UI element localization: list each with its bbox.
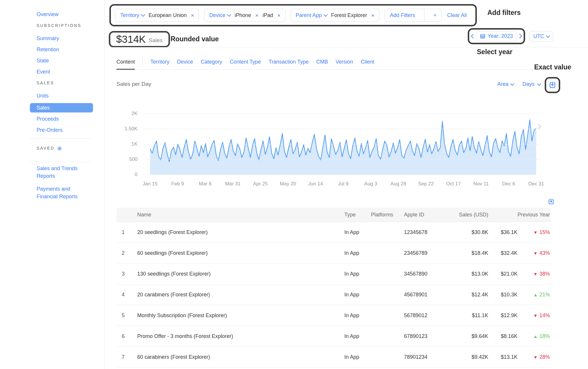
cell-type: In App bbox=[341, 250, 366, 256]
col-header-previous-year: Previous Year bbox=[492, 212, 551, 218]
filter-value-ipad: iPad bbox=[262, 12, 273, 18]
x-axis-label-aug-3: Aug 3 bbox=[364, 181, 377, 187]
cell-change: ▼38% bbox=[521, 271, 551, 277]
tab-device[interactable]: Device bbox=[177, 54, 193, 69]
remove-filter-icon[interactable]: × bbox=[191, 13, 194, 18]
chart-type-label: Area bbox=[497, 81, 508, 87]
cell-rank: 1 bbox=[116, 229, 130, 235]
sidebar-item-summary[interactable]: Summary bbox=[30, 35, 93, 42]
x-axis-label-apr-25: Apr 25 bbox=[253, 181, 268, 187]
change-value: 38% bbox=[539, 271, 550, 277]
filter-dropdown-device[interactable]: Device bbox=[209, 12, 231, 18]
sidebar: OverviewSUBSCRIPTIONSSummaryRetentionSta… bbox=[0, 0, 105, 369]
clear-all-link[interactable]: Clear All bbox=[447, 12, 467, 18]
triangle-down-icon: ▼ bbox=[533, 271, 538, 276]
filter-pill-parent-app: Parent AppForest Explorer× bbox=[291, 9, 379, 22]
table-download-button[interactable] bbox=[548, 198, 555, 205]
change-value: 15% bbox=[539, 229, 550, 235]
sidebar-section-saved: SAVED⊕ bbox=[30, 144, 104, 152]
tab-transaction-type[interactable]: Transaction Type bbox=[269, 54, 309, 69]
tab-client[interactable]: Client bbox=[361, 54, 374, 69]
add-filters-button[interactable]: Add Filters bbox=[385, 12, 420, 18]
x-axis-label-aug-28: Aug 28 bbox=[391, 181, 406, 187]
triangle-down-icon: ▼ bbox=[533, 230, 538, 235]
download-annotation-box bbox=[545, 77, 560, 93]
cell-apple-id: 56789012 bbox=[397, 312, 439, 319]
next-year-icon[interactable] bbox=[517, 34, 522, 39]
table-row: 120 seedlings (Forest Explorer)In App123… bbox=[116, 222, 551, 243]
x-axis-label-sep-22: Sep 22 bbox=[418, 181, 434, 187]
tab-version[interactable]: Version bbox=[336, 54, 353, 69]
year-selector-button[interactable]: Year: 2023 bbox=[477, 31, 516, 42]
sidebar-item-pre-orders[interactable]: Pre-Orders bbox=[30, 126, 93, 134]
cell-name: 20 carabiners (Forest Explorer) bbox=[130, 292, 341, 298]
tab-cmb[interactable]: CMB bbox=[316, 54, 328, 69]
tab-category[interactable]: Category bbox=[201, 54, 222, 69]
cell-rank: 2 bbox=[116, 250, 130, 256]
x-axis-label-nov-11: Nov 11 bbox=[473, 181, 489, 187]
year-annotation-box: Year: 2023 bbox=[468, 28, 525, 44]
sidebar-item-proceeds[interactable]: Proceeds bbox=[30, 115, 93, 123]
chart-gridline bbox=[143, 175, 541, 175]
filter-dropdown-parent-app[interactable]: Parent App bbox=[296, 12, 327, 18]
cell-previous-year: $10.3K bbox=[492, 292, 521, 298]
filter-value-iphone: iPhone bbox=[235, 12, 251, 18]
cell-sales-usd: $11.1K bbox=[439, 312, 492, 319]
chart-gridline bbox=[143, 144, 541, 144]
cell-apple-id: 78901234 bbox=[397, 354, 439, 360]
triangle-up-icon: ▲ bbox=[533, 334, 538, 339]
cell-change: ▼28% bbox=[521, 354, 551, 360]
tab-territory[interactable]: Territory bbox=[150, 54, 169, 69]
header-divider bbox=[105, 47, 588, 47]
cell-name: 20 seedlings (Forest Explorer) bbox=[130, 229, 341, 235]
chevron-down-icon bbox=[324, 13, 328, 17]
remove-filter-icon[interactable]: × bbox=[371, 13, 374, 18]
filter-dropdown-territory[interactable]: Territory bbox=[120, 12, 145, 18]
sidebar-item-state[interactable]: State bbox=[30, 57, 93, 64]
triangle-up-icon: ▲ bbox=[533, 292, 538, 297]
sidebar-item-units[interactable]: Units bbox=[30, 92, 93, 100]
remove-filter-icon[interactable]: × bbox=[255, 13, 258, 18]
cell-type: In App bbox=[341, 354, 366, 360]
kpi-sales-unit: Sales bbox=[149, 37, 163, 44]
download-icon bbox=[549, 81, 556, 89]
cell-type: In App bbox=[341, 271, 366, 277]
sidebar-item-event[interactable]: Event bbox=[30, 68, 93, 76]
sidebar-item-sales[interactable]: Sales bbox=[30, 103, 93, 112]
cell-rank: 3 bbox=[116, 271, 130, 277]
chart-download-button[interactable] bbox=[549, 81, 556, 89]
sidebar-item-sales-and-trends-reports[interactable]: Sales and Trends Reports bbox=[30, 165, 86, 180]
filter-value-european-union: European Union bbox=[149, 12, 187, 18]
chart-scroll-next-icon[interactable] bbox=[536, 124, 541, 129]
tab-content[interactable]: Content bbox=[116, 54, 135, 69]
cell-sales-usd: $9.42K bbox=[439, 354, 492, 360]
tab-separator bbox=[142, 59, 143, 66]
x-axis-label-dec-6: Dec 6 bbox=[502, 181, 515, 187]
cell-apple-id: 67890123 bbox=[397, 333, 439, 339]
filter-value-forest-explorer: Forest Explorer bbox=[331, 12, 367, 18]
filter-pill-territory: TerritoryEuropean Union× bbox=[115, 9, 199, 22]
tab-content-type[interactable]: Content Type bbox=[230, 54, 261, 69]
chart-gridline bbox=[143, 114, 541, 114]
chart-type-dropdown[interactable]: Area bbox=[497, 81, 514, 87]
cell-apple-id: 34567890 bbox=[397, 271, 439, 277]
remove-filter-icon[interactable]: × bbox=[277, 13, 280, 18]
chart-gridline bbox=[143, 159, 541, 160]
sidebar-item-overview[interactable]: Overview bbox=[30, 11, 93, 18]
sidebar-section-sales: SALES bbox=[30, 79, 104, 87]
cell-sales-usd: $9.64K bbox=[439, 333, 492, 339]
change-value: 28% bbox=[539, 354, 550, 360]
sidebar-item-retention[interactable]: Retention bbox=[30, 46, 93, 53]
chart-granularity-dropdown[interactable]: Days bbox=[522, 81, 541, 87]
chevron-down-icon bbox=[141, 13, 145, 17]
previous-year-icon[interactable] bbox=[471, 34, 476, 39]
sidebar-item-payments-and-financial-reports[interactable]: Payments and Financial Reports bbox=[30, 185, 86, 200]
cell-name: 60 seedlings (Forest Explorer) bbox=[130, 250, 341, 256]
add-filters-plus-button[interactable]: + bbox=[429, 12, 442, 18]
add-saved-icon[interactable]: ⊕ bbox=[57, 146, 62, 151]
annotation-add-filters: Add filters bbox=[487, 9, 521, 17]
timezone-button[interactable]: UTC bbox=[529, 31, 553, 42]
triangle-down-icon: ▼ bbox=[533, 313, 538, 318]
col-header-platforms: Platforms bbox=[366, 212, 397, 218]
cell-previous-year: $8.16K bbox=[492, 333, 521, 339]
